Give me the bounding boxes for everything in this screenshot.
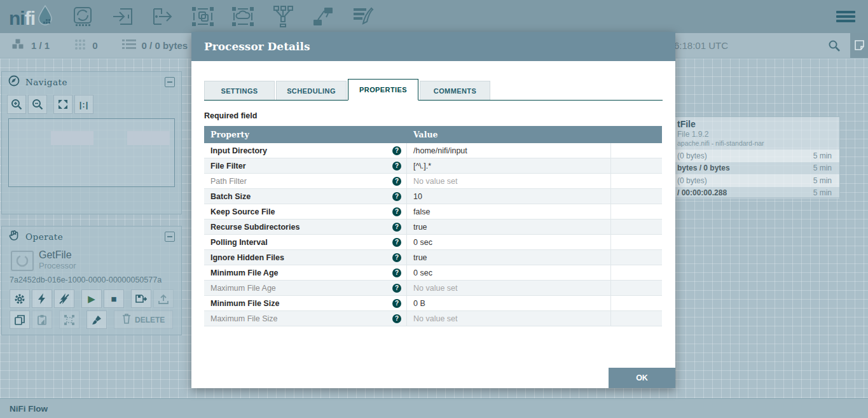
help-icon[interactable]: ? xyxy=(392,314,401,323)
collapse-operate-button[interactable] xyxy=(165,232,175,242)
search-icon[interactable] xyxy=(823,35,845,57)
column-header-property: Property xyxy=(204,130,407,139)
configure-gear-icon[interactable] xyxy=(10,289,30,308)
last-refresh-time: 16:18:01 UTC xyxy=(669,40,728,51)
help-icon[interactable]: ? xyxy=(392,253,401,262)
tab-settings[interactable]: SETTINGS xyxy=(204,81,275,100)
property-name: Minimum File Age xyxy=(210,268,279,277)
paste-icon[interactable] xyxy=(32,310,52,329)
bg-stat-value: (0 bytes) xyxy=(677,176,707,185)
processor-stamp-icon xyxy=(11,251,34,271)
stop-square-icon[interactable]: ■ xyxy=(104,289,124,308)
help-icon[interactable]: ? xyxy=(392,238,401,247)
property-name: Keep Source File xyxy=(210,207,275,216)
help-icon[interactable]: ? xyxy=(392,207,401,216)
bg-processor-name: tFile xyxy=(675,117,839,129)
bulletin-panel-icon[interactable] xyxy=(850,33,868,58)
property-name: Ignore Hidden Files xyxy=(210,253,284,262)
operate-buttons-row-1: ▶ ■ xyxy=(2,284,181,308)
bg-stat-value: bytes / 0 bytes xyxy=(677,164,730,172)
help-icon[interactable]: ? xyxy=(392,299,401,308)
breadcrumb[interactable]: NiFi Flow xyxy=(10,404,48,414)
delete-button[interactable]: DELETE xyxy=(114,310,173,329)
process-group-icon[interactable] xyxy=(190,5,216,28)
property-value-cell: 10 xyxy=(407,189,611,204)
bg-stat-row: (0 bytes) 5 min xyxy=(675,174,839,187)
navigate-panel-header: Navigate xyxy=(2,72,181,92)
property-value-cell: true xyxy=(407,250,611,265)
processor-icon[interactable] xyxy=(70,5,95,28)
nifi-logo: nifi xyxy=(9,5,53,28)
property-value-cell: false xyxy=(407,204,611,219)
background-processor-block[interactable]: tFile File 1.9.2 apache.nifi - nifi-stan… xyxy=(675,116,840,198)
ok-button[interactable]: OK xyxy=(609,368,675,388)
global-menu-icon[interactable] xyxy=(836,9,855,24)
property-extra-cell xyxy=(611,158,662,173)
active-threads-stat: 1 / 1 xyxy=(11,38,50,53)
help-icon[interactable]: ? xyxy=(392,284,401,293)
input-port-icon[interactable] xyxy=(110,5,135,28)
fill-color-brush-icon[interactable] xyxy=(86,310,107,329)
zoom-out-button[interactable] xyxy=(28,95,47,114)
property-extra-cell xyxy=(611,250,662,265)
zoom-actual-size-button[interactable]: |:| xyxy=(74,95,93,114)
logo-text-fi: fi xyxy=(25,9,35,28)
property-name-cell: Maximum File Age? xyxy=(204,281,407,295)
operate-buttons-row-2: DELETE xyxy=(2,308,181,329)
top-navbar: nifi xyxy=(0,0,868,33)
upload-template-icon[interactable] xyxy=(153,289,174,308)
property-row: Ignore Hidden Files?true xyxy=(204,250,662,265)
property-name: Input Directory xyxy=(210,146,267,155)
help-icon[interactable]: ? xyxy=(392,146,401,155)
component-toolbar xyxy=(70,5,376,28)
remote-process-group-icon[interactable] xyxy=(230,5,256,28)
help-icon[interactable]: ? xyxy=(392,162,401,171)
group-selection-icon[interactable] xyxy=(59,310,79,329)
selected-component-type: Processor xyxy=(39,261,175,270)
help-icon[interactable]: ? xyxy=(392,268,401,277)
label-icon[interactable] xyxy=(350,5,376,28)
bg-stat-time: 5 min xyxy=(813,151,832,160)
copy-icon[interactable] xyxy=(10,310,30,329)
bg-stat-row: bytes / 0 bytes 5 min xyxy=(675,162,839,175)
minimap-processor-rect xyxy=(127,131,170,145)
help-icon[interactable]: ? xyxy=(392,177,401,186)
property-name-cell: Path Filter? xyxy=(204,174,407,188)
tab-properties[interactable]: PROPERTIES xyxy=(348,79,418,101)
help-icon[interactable]: ? xyxy=(392,192,401,201)
queued-value: 0 / 0 bytes xyxy=(142,40,188,51)
start-play-icon[interactable]: ▶ xyxy=(81,289,102,308)
property-extra-cell xyxy=(611,296,662,310)
property-name: Maximum File Size xyxy=(210,314,278,323)
property-name: Maximum File Age xyxy=(210,284,276,293)
navigate-toolbar: |:| xyxy=(2,92,181,114)
bg-stat-row: / 00:00:00.288 5 min xyxy=(675,187,839,200)
save-template-icon[interactable] xyxy=(131,289,151,308)
tab-scheduling[interactable]: SCHEDULING xyxy=(276,81,347,100)
funnel-icon[interactable] xyxy=(270,5,296,28)
operate-panel: Operate GetFile Processor 7a2452db-016e-… xyxy=(1,226,182,335)
active-threads-value: 1 / 1 xyxy=(31,40,50,51)
property-name: Recurse Subdirectories xyxy=(210,223,300,232)
property-row: Maximum File Age?No value set xyxy=(204,281,662,296)
cluster-stat: 0 xyxy=(74,38,97,53)
output-port-icon[interactable] xyxy=(150,5,176,28)
enable-lightning-icon[interactable] xyxy=(32,289,52,308)
trash-icon xyxy=(122,314,131,326)
operate-panel-title: Operate xyxy=(25,232,63,242)
disable-lightning-slash-icon[interactable] xyxy=(54,289,74,308)
property-value-cell: true xyxy=(407,219,611,234)
property-name: Batch Size xyxy=(210,192,251,201)
list-icon xyxy=(122,39,136,52)
property-value-cell: /home/nifi/input xyxy=(407,143,611,158)
birdseye-minimap[interactable] xyxy=(8,118,175,187)
tab-comments[interactable]: COMMENTS xyxy=(420,81,490,100)
zoom-in-button[interactable] xyxy=(7,95,26,114)
minimap-processor-rect xyxy=(51,131,93,145)
property-name-cell: Batch Size? xyxy=(204,189,407,204)
help-icon[interactable]: ? xyxy=(392,223,401,232)
collapse-navigate-button[interactable] xyxy=(165,77,175,87)
zoom-fit-button[interactable] xyxy=(53,95,72,114)
template-icon[interactable] xyxy=(310,5,336,28)
property-extra-cell xyxy=(611,281,662,295)
